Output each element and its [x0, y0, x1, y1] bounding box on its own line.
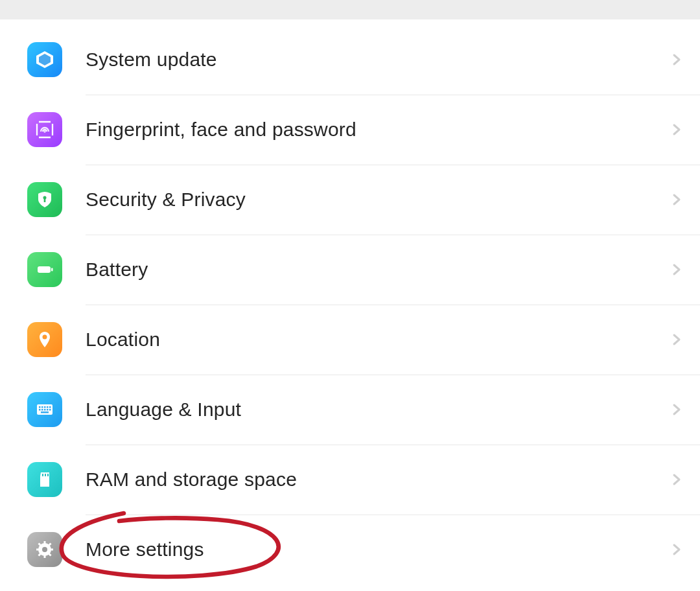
svg-rect-6: [51, 268, 53, 272]
settings-row-fingerprint[interactable]: Fingerprint, face and password: [27, 95, 700, 165]
settings-row-label: RAM and storage space: [86, 469, 668, 491]
svg-point-7: [43, 335, 47, 340]
settings-row-battery[interactable]: Battery: [27, 235, 700, 305]
chevron-right-icon: [668, 261, 686, 279]
settings-list: System update Fingerprint, face and pass…: [0, 19, 700, 591]
svg-rect-16: [44, 409, 46, 411]
svg-rect-18: [49, 409, 51, 411]
chevron-right-icon: [668, 400, 686, 419]
settings-row-system-update[interactable]: System update: [27, 25, 700, 95]
svg-line-32: [39, 554, 41, 556]
settings-row-label: Language & Input: [86, 399, 668, 421]
svg-rect-14: [39, 409, 41, 411]
svg-rect-22: [47, 474, 49, 476]
fingerprint-icon: [27, 112, 62, 147]
settings-row-label: Security & Privacy: [86, 189, 668, 211]
top-bar: [0, 0, 700, 19]
chevron-right-icon: [668, 121, 686, 139]
system-update-icon: [27, 42, 62, 77]
svg-rect-17: [47, 409, 49, 411]
svg-line-31: [49, 544, 51, 546]
battery-icon: [27, 252, 62, 287]
keyboard-icon: [27, 392, 62, 427]
settings-row-more-settings[interactable]: More settings: [27, 515, 700, 585]
svg-rect-10: [41, 406, 43, 408]
svg-line-29: [39, 544, 41, 546]
svg-rect-5: [38, 266, 51, 273]
svg-rect-4: [44, 198, 46, 202]
svg-point-24: [42, 547, 47, 552]
gear-icon: [27, 532, 62, 567]
chevron-right-icon: [668, 51, 686, 69]
svg-rect-11: [44, 406, 46, 408]
chevron-right-icon: [668, 470, 686, 489]
svg-rect-15: [41, 409, 43, 411]
svg-rect-20: [42, 474, 43, 476]
svg-rect-19: [41, 411, 49, 413]
settings-row-label: More settings: [86, 539, 668, 561]
settings-row-ram-storage[interactable]: RAM and storage space: [27, 445, 700, 515]
svg-rect-13: [49, 406, 51, 408]
svg-rect-9: [39, 406, 41, 408]
settings-row-label: System update: [86, 49, 668, 71]
settings-row-location[interactable]: Location: [27, 305, 700, 375]
chevron-right-icon: [668, 540, 686, 559]
chevron-right-icon: [668, 330, 686, 349]
settings-row-security-privacy[interactable]: Security & Privacy: [27, 165, 700, 235]
svg-point-2: [45, 132, 45, 132]
settings-row-label: Battery: [86, 259, 668, 281]
svg-line-30: [49, 554, 51, 556]
settings-row-label: Fingerprint, face and password: [86, 119, 668, 141]
settings-row-language-input[interactable]: Language & Input: [27, 375, 700, 445]
settings-row-label: Location: [86, 329, 668, 351]
sd-card-icon: [27, 462, 62, 497]
svg-rect-21: [45, 474, 46, 476]
svg-rect-12: [47, 406, 49, 408]
shield-icon: [27, 182, 62, 217]
location-pin-icon: [27, 322, 62, 357]
chevron-right-icon: [668, 191, 686, 209]
